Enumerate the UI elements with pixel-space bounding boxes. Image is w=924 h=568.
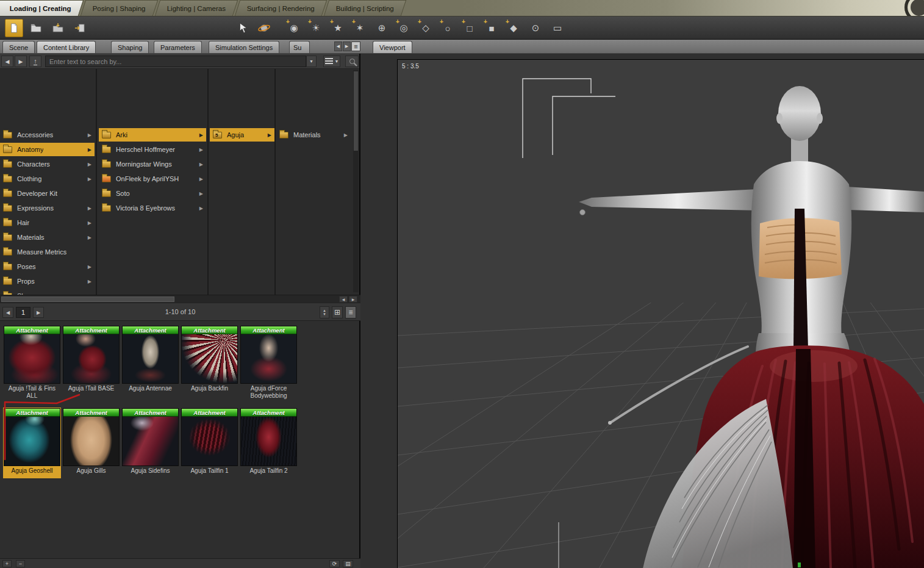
nav-up-icon[interactable]: ↑	[29, 56, 41, 67]
activity-tab-posing-shaping[interactable]: Posing | Shaping	[81, 0, 158, 16]
asset-aguja-tail-base[interactable]: Attachment Aguja !Tail BASE	[62, 325, 120, 392]
tab-scroll-right-icon[interactable]: ▶	[343, 41, 351, 51]
asset-aguja-antennae[interactable]: Attachment Aguja Antennae	[121, 325, 179, 392]
search-dropdown-icon[interactable]: ▼	[306, 56, 317, 67]
attachment-badge: Attachment	[63, 409, 119, 417]
open-folder-icon[interactable]	[27, 19, 45, 37]
expand-arrow-icon: ▶	[268, 132, 271, 138]
tab-simulation-settings[interactable]: Simulation Settings	[209, 41, 279, 53]
search-input[interactable]	[45, 56, 306, 67]
create-camera-icon[interactable]: +◎	[395, 20, 412, 37]
tree-vertical-scrollbar[interactable]	[353, 70, 359, 292]
activity-tab-building-scripting[interactable]: Building | Scripting	[324, 0, 406, 16]
tree-item-anatomy[interactable]: Anatomy▶	[0, 143, 95, 156]
node-selection-tool-icon[interactable]	[234, 19, 252, 37]
tree-horizontal-scrollbar[interactable]: ◀ ▶	[0, 295, 360, 303]
tree-item-developer-kit[interactable]: Developer Kit	[0, 187, 95, 200]
tab-content-library[interactable]: Content Library	[37, 41, 96, 53]
asset-aguja-dforce-bodywebbing[interactable]: Attachment Aguja dForce Bodywebbing	[240, 325, 298, 400]
asset-aguja-tail-fins-all[interactable]: Attachment Aguja !Tail & Fins ALL	[3, 325, 61, 400]
create-world-anchor-icon[interactable]: ⊙	[527, 20, 544, 37]
tree-item-poses[interactable]: Poses▶	[0, 260, 95, 273]
tree-item-props[interactable]: Props▶	[0, 275, 95, 288]
tree-item-herschel-hoffmeyer[interactable]: Herschel Hoffmeyer▶	[99, 143, 206, 156]
expand-arrow-icon: ▶	[88, 132, 91, 138]
asset-aguja-sidefins[interactable]: Attachment Aguja Sidefins	[121, 408, 179, 475]
activity-tab-loading-creating[interactable]: Loading | Creating	[0, 0, 84, 16]
tree-item-soto[interactable]: Soto▶	[99, 187, 206, 200]
create-point-light-icon[interactable]: +✶	[351, 20, 368, 37]
create-environment-icon[interactable]: ⊕	[373, 20, 390, 37]
tab-list-menu-icon[interactable]: ≡	[351, 41, 360, 51]
aspect-frame-tool-icon[interactable]: ▭	[549, 20, 566, 37]
asset-aguja-gills[interactable]: Attachment Aguja Gills	[62, 408, 120, 475]
activity-tab-surfacing-rendering[interactable]: Surfacing | Rendering	[235, 0, 327, 16]
create-instance-icon[interactable]: +■	[483, 20, 500, 37]
expand-arrow-icon: ▶	[199, 206, 203, 211]
viewport-3d-scene[interactable]	[398, 60, 924, 568]
refresh-view-icon[interactable]: ⟳	[329, 560, 340, 567]
sort-order-icon[interactable]: ▲▼	[320, 306, 329, 318]
scrollbar-thumb[interactable]	[1, 297, 174, 302]
tab-scroll-left-icon[interactable]: ◀	[334, 41, 342, 51]
create-null-icon[interactable]: +◇	[417, 20, 434, 37]
page-options-icon[interactable]: ▤	[343, 560, 353, 567]
create-distant-light-icon[interactable]: +☀	[307, 20, 324, 37]
search-icon[interactable]	[345, 56, 359, 67]
asset-aguja-tailfin-1[interactable]: Attachment Aguja Tailfin 1	[181, 408, 238, 475]
tree-item-expressions[interactable]: Expressions▶	[0, 201, 95, 215]
new-file-icon[interactable]	[5, 19, 23, 37]
nav-forward-icon[interactable]: ▶	[15, 56, 27, 67]
page-number-input[interactable]	[16, 307, 30, 318]
tree-item-arki[interactable]: Arki▶	[99, 128, 206, 142]
tree-item-characters[interactable]: Characters▶	[0, 157, 95, 171]
tab-viewport[interactable]: Viewport	[373, 41, 412, 53]
tree-item-aguja[interactable]: 5Aguja▶	[210, 128, 274, 142]
create-node-icon[interactable]: +□	[461, 20, 478, 37]
save-icon[interactable]	[49, 19, 67, 37]
zoom-out-icon[interactable]: −	[16, 560, 25, 567]
folder-icon	[279, 132, 288, 138]
asset-aguja-geoshell[interactable]: Attachment Aguja Geoshell	[3, 408, 61, 478]
scroll-right-icon[interactable]: ▶	[349, 296, 357, 303]
content-view-options-icon[interactable]: ▼	[323, 56, 340, 67]
scrollbar-thumb[interactable]	[354, 71, 358, 151]
tab-scene[interactable]: Scene	[2, 41, 35, 53]
tree-item-materials[interactable]: Materials▶	[0, 231, 95, 244]
page-next-icon[interactable]: ▶	[33, 307, 44, 318]
expand-arrow-icon: ▶	[199, 147, 203, 153]
zoom-in-icon[interactable]: +	[2, 560, 12, 567]
tab-parameters[interactable]: Parameters	[154, 41, 202, 53]
tree-item-materials-folder[interactable]: Materials▶	[276, 128, 351, 142]
tree-item-hair[interactable]: Hair▶	[0, 216, 95, 229]
list-view-icon[interactable]: ≡	[345, 306, 356, 318]
create-spot-light-icon[interactable]: +★	[329, 20, 346, 37]
asset-label: Aguja Sidefins	[121, 467, 179, 475]
rotate-tool-icon[interactable]	[255, 19, 273, 37]
tree-item-measure-metrics[interactable]: Measure Metrics	[0, 245, 95, 259]
activity-tab-label: Building | Scripting	[336, 5, 394, 12]
create-figure-icon[interactable]: +◉	[285, 20, 303, 37]
tree-item-onfleek-by-aprilysh[interactable]: OnFleek by AprilYSH▶	[99, 172, 206, 185]
nav-back-icon[interactable]: ◀	[1, 56, 13, 67]
folder-icon	[3, 132, 12, 138]
import-icon[interactable]	[71, 19, 89, 37]
tab-shaping[interactable]: Shaping	[111, 41, 149, 53]
asset-aguja-tailfin-2[interactable]: Attachment Aguja Tailfin 2	[240, 408, 298, 475]
plus-overlay-icon: +	[484, 18, 487, 25]
expand-arrow-icon: ▶	[344, 132, 348, 138]
tree-item-victoria-8-eyebrows[interactable]: Victoria 8 Eyebrows▶	[99, 201, 206, 215]
tab-surfaces-truncated[interactable]: Su	[289, 41, 310, 53]
asset-aguja-backfin[interactable]: Attachment Aguja Backfin	[181, 325, 238, 392]
page-prev-icon[interactable]: ◀	[2, 307, 13, 318]
grid-view-icon[interactable]: ⊞	[332, 306, 343, 318]
activity-tab-lighting-cameras[interactable]: Lighting | Cameras	[154, 0, 238, 16]
create-empty-null-icon[interactable]: +○	[439, 20, 456, 37]
tree-item-clothing[interactable]: Clothing▶	[0, 172, 95, 185]
scroll-left-icon[interactable]: ◀	[339, 296, 348, 303]
tree-item-accessories[interactable]: Accessories▶	[0, 128, 95, 142]
create-primitive-icon[interactable]: +◆	[505, 20, 522, 37]
tree-item-shapes[interactable]: Shapes▶	[0, 289, 95, 295]
asset-thumbnail: Attachment	[63, 408, 120, 466]
tree-item-morningstar-wings[interactable]: Morningstar Wings▶	[99, 157, 206, 171]
